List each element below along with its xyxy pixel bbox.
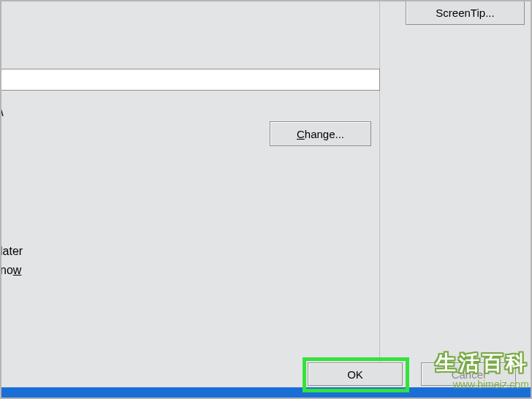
path-prefix-text: \ — [0, 105, 4, 120]
change-button[interactable]: Change... — [270, 121, 371, 146]
dialog-left-panel — [0, 0, 380, 386]
dialog-surface: ScreenTip... \ Change... later now OK Ca… — [0, 0, 532, 399]
ok-button-label: OK — [347, 369, 363, 380]
option-now-text: now — [0, 264, 21, 277]
path-input[interactable] — [0, 69, 380, 91]
cancel-button-label: Cancel — [452, 369, 486, 380]
cancel-button[interactable]: Cancel — [421, 362, 516, 386]
screentip-button-label: ScreenTip... — [436, 7, 494, 18]
dialog-right-panel — [380, 0, 531, 386]
screentip-button[interactable]: ScreenTip... — [406, 0, 525, 25]
option-later-text: later — [0, 245, 23, 258]
window-status-bar — [1, 387, 531, 398]
change-button-label: Change... — [297, 129, 344, 140]
ok-button[interactable]: OK — [308, 362, 403, 386]
